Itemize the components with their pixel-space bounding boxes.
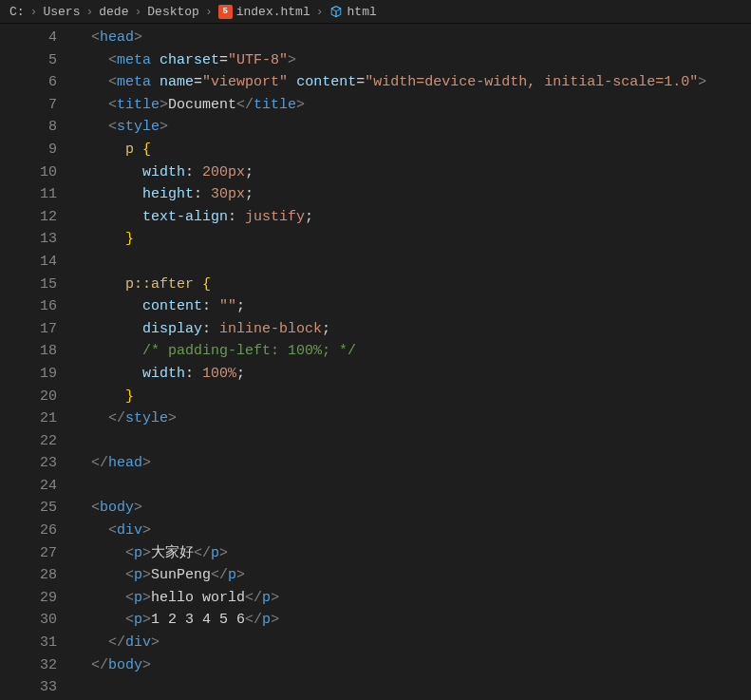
line-number: 16 bbox=[0, 295, 57, 318]
line-number: 11 bbox=[0, 183, 57, 206]
chevron-right-icon: › bbox=[203, 5, 215, 19]
code-line[interactable]: <title>Document</title> bbox=[74, 94, 706, 117]
chevron-right-icon: › bbox=[84, 5, 95, 19]
line-number: 4 bbox=[0, 27, 57, 49]
line-number: 30 bbox=[0, 609, 57, 632]
code-line[interactable]: </div> bbox=[74, 632, 706, 654]
code-editor[interactable]: 4567891011121314151617181920212223242526… bbox=[0, 23, 751, 700]
code-line[interactable]: <p>hello world</p> bbox=[74, 587, 706, 610]
code-line[interactable]: p { bbox=[74, 139, 706, 161]
breadcrumb-item[interactable]: html bbox=[329, 5, 377, 19]
code-line[interactable]: <p>SunPeng</p> bbox=[74, 564, 706, 587]
code-line[interactable] bbox=[74, 251, 706, 274]
line-number: 19 bbox=[0, 363, 57, 386]
code-line[interactable]: <head> bbox=[74, 27, 706, 49]
line-number: 26 bbox=[0, 520, 57, 542]
code-line[interactable] bbox=[74, 676, 706, 699]
breadcrumb-label: dede bbox=[99, 5, 128, 19]
line-number: 17 bbox=[0, 318, 57, 341]
line-number: 10 bbox=[0, 161, 57, 184]
code-line[interactable] bbox=[74, 430, 706, 453]
line-number: 33 bbox=[0, 676, 57, 699]
breadcrumb-item[interactable]: 5 index.html bbox=[218, 5, 310, 19]
line-number: 6 bbox=[0, 71, 57, 94]
symbol-icon bbox=[329, 5, 344, 19]
code-line[interactable]: </style> bbox=[74, 407, 706, 430]
line-number: 13 bbox=[0, 228, 57, 251]
line-number: 7 bbox=[0, 94, 57, 117]
line-number: 31 bbox=[0, 632, 57, 654]
breadcrumb-label: index.html bbox=[236, 5, 310, 19]
chevron-right-icon: › bbox=[132, 5, 143, 19]
breadcrumb[interactable]: C: › Users › dede › Desktop › 5 index.ht… bbox=[0, 0, 751, 23]
code-line[interactable]: } bbox=[74, 386, 706, 408]
html5-icon: 5 bbox=[218, 5, 233, 19]
code-line[interactable]: <body> bbox=[74, 497, 706, 520]
code-line[interactable]: </body> bbox=[74, 654, 706, 677]
line-number: 14 bbox=[0, 251, 57, 274]
code-line[interactable]: display: inline-block; bbox=[74, 318, 706, 341]
line-number: 12 bbox=[0, 206, 57, 229]
line-number: 15 bbox=[0, 274, 57, 296]
code-line[interactable]: content: ""; bbox=[74, 295, 706, 318]
breadcrumb-item[interactable]: C: bbox=[9, 5, 25, 19]
breadcrumb-label: html bbox=[347, 5, 377, 19]
line-number: 9 bbox=[0, 139, 57, 161]
code-line[interactable]: } bbox=[74, 228, 706, 251]
breadcrumb-item[interactable]: dede bbox=[99, 5, 128, 19]
line-number: 22 bbox=[0, 430, 57, 453]
line-number: 8 bbox=[0, 116, 57, 139]
breadcrumb-item[interactable]: Users bbox=[43, 5, 80, 19]
line-number: 29 bbox=[0, 587, 57, 610]
line-number: 25 bbox=[0, 497, 57, 520]
code-line[interactable]: <meta charset="UTF-8"> bbox=[74, 49, 706, 72]
code-line[interactable]: height: 30px; bbox=[74, 183, 706, 206]
breadcrumb-label: C: bbox=[9, 5, 25, 19]
line-number: 32 bbox=[0, 654, 57, 677]
line-number: 18 bbox=[0, 340, 57, 363]
line-number: 20 bbox=[0, 386, 57, 408]
code-line[interactable]: width: 100%; bbox=[74, 363, 706, 386]
breadcrumb-item[interactable]: Desktop bbox=[147, 5, 199, 19]
code-line[interactable] bbox=[74, 475, 706, 498]
line-number: 28 bbox=[0, 564, 57, 587]
chevron-right-icon: › bbox=[314, 5, 326, 19]
breadcrumb-label: Users bbox=[43, 5, 80, 19]
code-line[interactable]: p::after { bbox=[74, 274, 706, 296]
line-number: 27 bbox=[0, 542, 57, 565]
line-number: 21 bbox=[0, 407, 57, 430]
chevron-right-icon: › bbox=[28, 5, 40, 19]
code-line[interactable]: /* padding-left: 100%; */ bbox=[74, 340, 706, 363]
code-content[interactable]: <head> <meta charset="UTF-8"> <meta name… bbox=[74, 23, 706, 700]
line-number: 23 bbox=[0, 452, 57, 475]
code-line[interactable]: <p>1 2 3 4 5 6</p> bbox=[74, 609, 706, 632]
line-number: 24 bbox=[0, 475, 57, 498]
code-line[interactable]: <div> bbox=[74, 520, 706, 542]
code-line[interactable]: width: 200px; bbox=[74, 161, 706, 184]
code-line[interactable]: <meta name="viewport" content="width=dev… bbox=[74, 71, 706, 94]
line-number-gutter: 4567891011121314151617181920212223242526… bbox=[0, 23, 74, 700]
code-line[interactable]: </head> bbox=[74, 452, 706, 475]
code-line[interactable]: <p>大家好</p> bbox=[74, 542, 706, 565]
code-line[interactable]: <style> bbox=[74, 116, 706, 139]
line-number: 5 bbox=[0, 49, 57, 72]
breadcrumb-label: Desktop bbox=[147, 5, 199, 19]
code-line[interactable]: text-align: justify; bbox=[74, 206, 706, 229]
